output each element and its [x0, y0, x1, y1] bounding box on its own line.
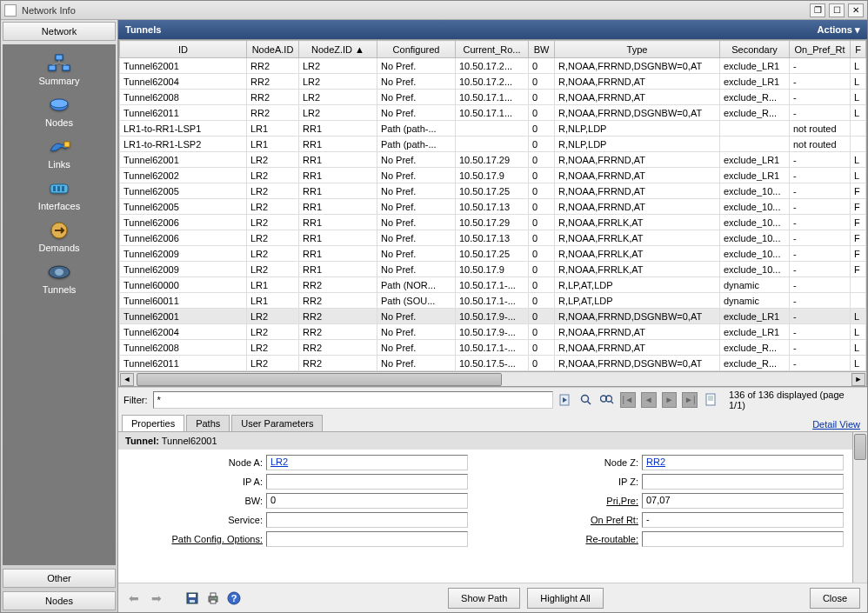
print-icon[interactable] — [205, 590, 221, 606]
scroll-left-icon[interactable]: ◄ — [120, 373, 134, 386]
window-title: Network Info — [22, 5, 810, 16]
table-cell: L — [851, 152, 866, 168]
col-header[interactable]: BW — [529, 41, 555, 58]
detail-right-label: Pri,Pre: — [503, 496, 642, 506]
tunnels-table[interactable]: IDNodeA.IDNodeZ.ID ▲ConfiguredCurrent_Ro… — [119, 40, 866, 371]
help-icon[interactable]: ? — [226, 590, 242, 606]
actions-menu[interactable]: Actions — [818, 24, 860, 36]
detail-right-value[interactable]: RR2 — [642, 455, 844, 470]
detail-scroll-thumb[interactable] — [854, 434, 866, 460]
col-header[interactable]: Secondary — [720, 41, 790, 58]
table-cell: R,NOAA,FRRND,AT — [555, 199, 720, 215]
table-row[interactable]: Tunnel62004LR2RR2No Pref.10.50.17.9-...0… — [120, 324, 866, 340]
table-row[interactable]: Tunnel62001LR2RR2No Pref.10.50.17.9-...0… — [120, 309, 866, 324]
scroll-thumb[interactable] — [137, 373, 502, 386]
table-row[interactable]: Tunnel62011LR2RR2No Pref.10.50.17.5-...0… — [120, 356, 866, 371]
col-header[interactable]: ID — [120, 41, 247, 58]
sidebar-nodes-button[interactable]: Nodes — [3, 591, 116, 610]
sidebar-header[interactable]: Network — [3, 22, 116, 41]
table-row[interactable]: Tunnel62001RR2LR2No Pref.10.50.17.2...0R… — [120, 58, 866, 74]
page-first-button[interactable]: |◄ — [620, 392, 636, 408]
table-cell: R,NOAA,FRRLK,AT — [555, 246, 720, 262]
table-cell — [720, 121, 790, 137]
table-cell: F — [851, 215, 866, 230]
table-row[interactable]: RR1-to-PE-RR1RR1UNKNOWNPath (path-...0R,… — [120, 371, 866, 372]
tab-paths[interactable]: Paths — [186, 415, 230, 431]
table-cell: RR2 — [247, 74, 299, 90]
highlight-all-button[interactable]: Highlight All — [527, 588, 603, 609]
sidebar-item-label: Demands — [38, 243, 79, 253]
col-header[interactable]: F — [851, 41, 866, 58]
search-icon[interactable] — [578, 392, 594, 408]
table-cell: R,NOAA,FRRLK,AT — [555, 230, 720, 246]
col-header[interactable]: Current_Ro... — [456, 41, 529, 58]
table-row[interactable]: Tunnel62005LR2RR1No Pref.10.50.17.250R,N… — [120, 183, 866, 199]
table-cell: Tunnel62001 — [120, 152, 247, 168]
table-row[interactable]: Tunnel62002LR2RR1No Pref.10.50.17.90R,NO… — [120, 168, 866, 183]
table-row[interactable]: Tunnel62008LR2RR2No Pref.10.50.17.1-...0… — [120, 340, 866, 356]
sidebar-item-links[interactable]: Links — [45, 137, 73, 170]
show-path-button[interactable]: Show Path — [448, 588, 520, 609]
close-window-button[interactable]: ✕ — [848, 3, 864, 17]
page-next-button[interactable]: ► — [662, 392, 678, 408]
save-icon[interactable] — [184, 590, 200, 606]
col-header[interactable]: NodeA.ID — [247, 41, 299, 58]
table-cell: exclude_10... — [720, 183, 790, 199]
detail-view-link[interactable]: Detail View — [812, 419, 860, 430]
footer: ⬅ ➡ ? Show Path Highlight All Clo — [118, 583, 867, 612]
detail-vertical-scrollbar[interactable] — [852, 432, 867, 583]
sidebar-item-nodes[interactable]: Nodes — [45, 95, 73, 128]
sidebar-item-tunnels[interactable]: Tunnels — [43, 262, 77, 295]
maximize-button[interactable]: ☐ — [829, 3, 845, 17]
nav-back-icon[interactable]: ⬅ — [125, 590, 143, 607]
table-row[interactable]: Tunnel62009LR2RR1No Pref.10.50.17.250R,N… — [120, 246, 866, 262]
table-row[interactable]: LR1-to-RR1-LSP1LR1RR1Path (path-...0R,NL… — [120, 121, 866, 137]
sidebar-other-button[interactable]: Other — [3, 569, 116, 588]
table-cell: 0 — [529, 324, 555, 340]
table-row[interactable]: Tunnel62008RR2LR2No Pref.10.50.17.1...0R… — [120, 90, 866, 105]
detail-left-value — [266, 474, 468, 490]
table-row[interactable]: Tunnel62004RR2LR2No Pref.10.50.17.2...0R… — [120, 74, 866, 90]
detail-left-value[interactable]: LR2 — [266, 455, 468, 470]
col-header[interactable]: Configured — [377, 41, 456, 58]
sidebar-item-interfaces[interactable]: Interfaces — [38, 178, 80, 211]
tab-user-parameters[interactable]: User Parameters — [231, 415, 323, 431]
svg-rect-30 — [210, 593, 216, 596]
col-header[interactable]: Type — [555, 41, 720, 58]
horizontal-scrollbar[interactable]: ◄ ► — [119, 371, 866, 386]
table-cell: L — [851, 90, 866, 105]
page-settings-icon[interactable] — [703, 392, 718, 408]
detail-left-label: BW: — [127, 496, 266, 506]
svg-rect-12 — [62, 186, 64, 191]
table-cell: LR2 — [247, 199, 299, 215]
col-header[interactable]: NodeZ.ID ▲ — [299, 41, 377, 58]
filter-input[interactable] — [153, 391, 553, 409]
page-prev-button[interactable]: ◄ — [641, 392, 657, 408]
table-row[interactable]: Tunnel62006LR2RR1No Pref.10.50.17.130R,N… — [120, 230, 866, 246]
restore-button[interactable]: ❐ — [810, 3, 825, 17]
table-row[interactable]: LR1-to-RR1-LSP2LR1RR1Path (path-...0R,NL… — [120, 137, 866, 152]
close-button[interactable]: Close — [810, 588, 860, 609]
apply-filter-icon[interactable] — [558, 392, 574, 408]
scroll-right-icon[interactable]: ► — [851, 373, 865, 386]
table-row[interactable]: Tunnel62006LR2RR1No Pref.10.50.17.290R,N… — [120, 215, 866, 230]
table-row[interactable]: Tunnel60000LR1RR2Path (NOR...10.50.17.1-… — [120, 277, 866, 293]
table-cell: No Pref. — [377, 90, 456, 105]
table-row[interactable]: Tunnel62011RR2LR2No Pref.10.50.17.1...0R… — [120, 105, 866, 121]
table-row[interactable]: Tunnel62001LR2RR1No Pref.10.50.17.290R,N… — [120, 152, 866, 168]
table-cell: R,NOAA,FRRND,AT — [555, 183, 720, 199]
table-cell: exclude_LR1 — [720, 74, 790, 90]
table-cell: No Pref. — [377, 262, 456, 277]
sidebar-item-demands[interactable]: Demands — [38, 220, 79, 253]
table-row[interactable]: Tunnel62005LR2RR1No Pref.10.50.17.130R,N… — [120, 199, 866, 215]
page-last-button[interactable]: ►| — [682, 392, 698, 408]
table-row[interactable]: Tunnel62009LR2RR1No Pref.10.50.17.90R,NO… — [120, 262, 866, 277]
sidebar-item-summary[interactable]: Summary — [38, 53, 79, 86]
search-plus-icon[interactable] — [599, 392, 615, 408]
nav-forward-icon[interactable]: ➡ — [148, 590, 165, 607]
table-cell: 0 — [529, 121, 555, 137]
col-header[interactable]: On_Pref_Rt — [790, 41, 851, 58]
table-row[interactable]: Tunnel60011LR1RR2Path (SOU...10.50.17.1-… — [120, 293, 866, 309]
table-cell: 0 — [529, 309, 555, 324]
tab-properties[interactable]: Properties — [122, 415, 184, 431]
